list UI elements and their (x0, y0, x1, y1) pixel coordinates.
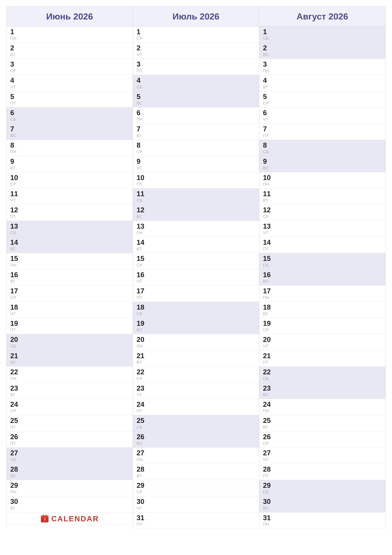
day-row: 7 CALENDAR (7, 512, 133, 525)
day-row: 8СБ (259, 140, 385, 156)
day-name: ПН (10, 263, 129, 268)
day-name: ВТ (10, 52, 129, 57)
day-row: 6ЧТ (259, 107, 385, 124)
day-number: 24 (263, 401, 382, 408)
day-row: 9ЧТ (133, 156, 259, 172)
day-name: СБ (263, 376, 382, 381)
day-name: ПН (136, 230, 255, 235)
day-number: 8 (10, 141, 129, 149)
day-row: 17ПН (259, 285, 385, 302)
day-row: 14ВС (7, 237, 133, 253)
day-name: СР (10, 409, 129, 413)
day-row: 14ПТ (259, 237, 385, 253)
day-name: ПН (10, 36, 129, 41)
day-number: 30 (10, 498, 129, 505)
day-name: ВС (263, 506, 382, 511)
day-number: 21 (10, 352, 129, 360)
day-number: 3 (10, 60, 129, 68)
day-number: 7 (10, 125, 129, 133)
day-number: 23 (136, 384, 255, 392)
day-row: 2ВТ (7, 43, 133, 59)
day-row: 17СР (7, 285, 133, 302)
day-row: 31ПН (259, 512, 385, 529)
day-number: 5 (10, 93, 129, 101)
day-row: 6ПН (133, 107, 259, 124)
header-row: Июнь 2026 Июль 2026 Август 2026 (7, 7, 385, 26)
day-row: 25СБ (133, 415, 259, 431)
day-number: 12 (136, 206, 255, 214)
day-name: ПН (263, 522, 382, 527)
day-number: 19 (263, 320, 382, 327)
svg-text:7: 7 (44, 518, 45, 521)
day-name: ЧТ (136, 52, 255, 57)
day-name: ПН (10, 149, 129, 154)
day-name: СР (10, 295, 129, 300)
day-number: 30 (263, 498, 382, 505)
day-row: 9ВС (259, 156, 385, 172)
day-name: СБ (136, 311, 255, 316)
day-number: 27 (263, 449, 382, 457)
day-row: 16ВС (259, 270, 385, 285)
day-name: ВТ (10, 392, 129, 397)
day-name: СР (136, 376, 255, 381)
day-row: 24ПН (259, 399, 385, 415)
day-number: 20 (136, 336, 255, 343)
day-number: 26 (263, 433, 382, 441)
day-row: 21ВС (7, 351, 133, 366)
day-name: СР (10, 182, 129, 187)
day-name: СР (263, 214, 382, 219)
day-name: СБ (263, 36, 382, 41)
day-number: 10 (263, 174, 382, 182)
day-row: 11ЧТ (7, 189, 133, 204)
day-row: 15СБ (259, 253, 385, 269)
day-name: ВС (10, 473, 129, 478)
day-name: ПН (136, 117, 255, 122)
day-number: 6 (136, 109, 255, 117)
day-name: ВС (10, 247, 129, 251)
day-row: 22ПН (7, 366, 133, 383)
day-number: 16 (136, 271, 255, 279)
day-name: ЧТ (136, 506, 255, 511)
day-row: 23ЧТ (133, 383, 259, 399)
day-row: 18ВТ (259, 302, 385, 318)
day-name: СР (136, 36, 255, 41)
day-name: СР (10, 68, 129, 73)
day-name: СР (136, 263, 255, 268)
day-number: 25 (263, 417, 382, 424)
day-name: ВС (136, 441, 255, 446)
day-row: 25ВТ (259, 415, 385, 431)
day-number: 6 (263, 109, 382, 117)
day-row: 19ВС (133, 318, 259, 334)
day-row: 24ПТ (133, 399, 259, 415)
day-number: 2 (10, 44, 129, 52)
day-row: 8ПН (7, 140, 133, 156)
day-row: 2ВС (259, 43, 385, 59)
day-name: ПТ (10, 214, 129, 219)
day-name: СР (263, 328, 382, 332)
day-row: 27ПН (133, 448, 259, 464)
day-row: 19СР (259, 318, 385, 334)
day-row: 15СР (133, 253, 259, 269)
day-row: 28ВС (7, 464, 133, 480)
day-number: 29 (10, 482, 129, 489)
day-name: ЧТ (263, 117, 382, 122)
day-number: 13 (10, 222, 129, 230)
june-col: 1ПН2ВТ3СР4ЧТ5ПТ6СБ7ВС8ПН9ВТ10СР11ЧТ12ПТ1… (7, 26, 133, 529)
day-name: ПН (263, 409, 382, 413)
day-name: ПТ (263, 133, 382, 138)
day-row: 9ВТ (7, 156, 133, 172)
day-name: ВС (10, 133, 129, 138)
day-row: 12СР (259, 204, 385, 221)
day-row: 10СР (7, 172, 133, 189)
day-row: 4СБ (133, 75, 259, 91)
day-name: ПТ (136, 182, 255, 187)
day-number: 20 (263, 336, 382, 343)
day-row: 7ВС (7, 124, 133, 140)
logo-area: 7 CALENDAR (40, 514, 99, 523)
day-row: 28ПТ (259, 464, 385, 480)
day-name: ВС (136, 214, 255, 219)
day-number: 25 (10, 417, 129, 424)
day-number: 29 (263, 482, 382, 489)
day-name: ЧТ (136, 166, 255, 171)
day-name: ПН (10, 489, 129, 494)
